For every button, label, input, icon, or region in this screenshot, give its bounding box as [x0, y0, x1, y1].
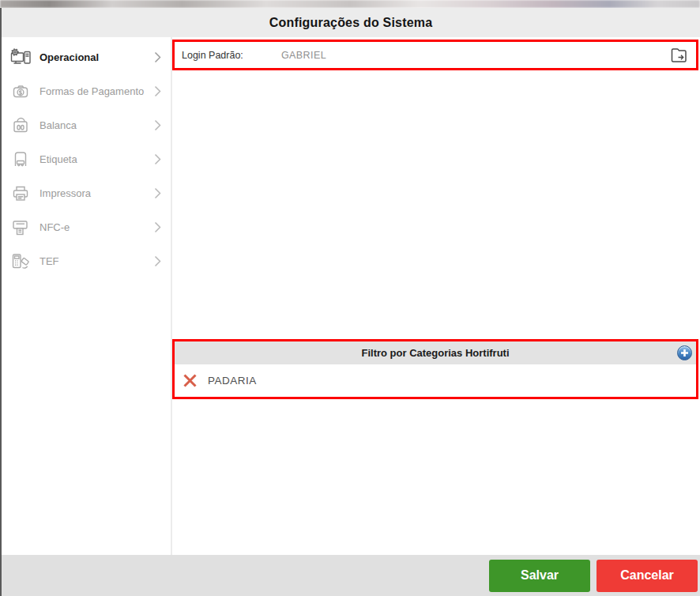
save-button[interactable]: Salvar: [489, 560, 590, 592]
sidebar-item-nfce[interactable]: NFC-e: [2, 210, 171, 244]
sidebar: Operacional Formas de Pagame: [2, 37, 172, 555]
default-login-field[interactable]: Login Padrão: GABRIEL: [172, 40, 698, 70]
sidebar-item-impressora[interactable]: Impressora: [2, 176, 171, 210]
system-settings-dialog: Configurações do Sistema: [0, 8, 700, 596]
settings-content: Login Padrão: GABRIEL Filtro por Categor…: [172, 37, 700, 555]
cancel-button[interactable]: Cancelar: [597, 560, 698, 592]
dialog-footer: Salvar Cancelar: [2, 555, 700, 596]
sidebar-item-balanca[interactable]: Balanca: [2, 108, 171, 142]
sidebar-item-label: Operacional: [40, 51, 154, 63]
chevron-right-icon: [154, 51, 161, 63]
sidebar-item-tef[interactable]: TEF: [2, 244, 171, 278]
chevron-right-icon: [154, 153, 161, 165]
sidebar-item-label: Formas de Pagamento: [40, 85, 154, 97]
open-folder-icon[interactable]: [669, 45, 689, 65]
chevron-right-icon: [154, 255, 161, 267]
filter-item-name: PADARIA: [208, 375, 257, 387]
dialog-title: Configurações do Sistema: [269, 16, 433, 30]
category-filter-section: Filtro por Categorias Hortifruti PADARIA: [172, 339, 698, 399]
money-camera-icon: [9, 81, 32, 103]
desktop-background: [0, 0, 700, 8]
sidebar-item-operacional[interactable]: Operacional: [2, 40, 171, 74]
login-value: GABRIEL: [281, 50, 326, 61]
chevron-right-icon: [154, 85, 161, 97]
card-terminal-icon: [9, 251, 32, 273]
filter-item-row: PADARIA: [175, 364, 696, 397]
dialog-titlebar: Configurações do Sistema: [2, 8, 700, 37]
sidebar-item-label: Impressora: [40, 187, 154, 199]
chevron-right-icon: [154, 221, 161, 233]
printer-icon: [9, 183, 32, 205]
sidebar-item-label: Balanca: [40, 119, 154, 131]
login-label: Login Padrão:: [182, 50, 281, 61]
remove-category-icon[interactable]: [183, 373, 198, 388]
filter-title: Filtro por Categorias Hortifruti: [361, 347, 509, 359]
screen: Configurações do Sistema: [0, 0, 700, 596]
chevron-right-icon: [154, 119, 161, 131]
sidebar-item-label: NFC-e: [40, 221, 154, 233]
sidebar-item-formas-de-pagamento[interactable]: Formas de Pagamento: [2, 74, 171, 108]
fiscal-receipt-icon: [9, 217, 32, 239]
workstation-gear-icon: [9, 47, 32, 69]
filter-header: Filtro por Categorias Hortifruti: [175, 341, 696, 364]
scale-icon: [9, 115, 32, 137]
sidebar-item-label: Etiqueta: [40, 153, 154, 165]
sidebar-item-etiqueta[interactable]: Etiqueta: [2, 142, 171, 176]
sidebar-item-label: TEF: [40, 255, 154, 267]
chevron-right-icon: [154, 187, 161, 199]
add-category-button[interactable]: [677, 345, 692, 360]
label-printer-icon: [9, 149, 32, 171]
dialog-body: Operacional Formas de Pagame: [2, 37, 700, 555]
